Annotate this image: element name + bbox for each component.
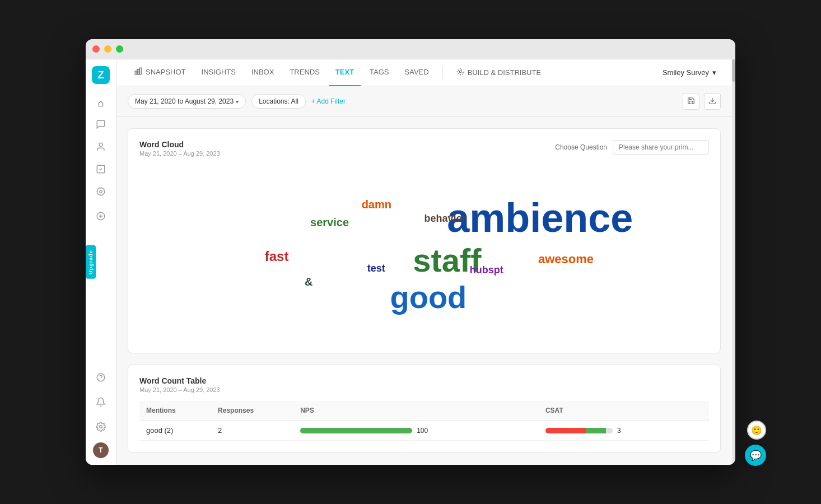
plus-icon	[96, 211, 106, 224]
sidebar-item-notifications[interactable]	[91, 393, 111, 413]
bell-icon	[96, 397, 106, 410]
svg-rect-10	[135, 71, 137, 74]
tab-tags[interactable]: TAGS	[363, 59, 395, 86]
chevron-down-icon: ▾	[712, 68, 716, 77]
download-icon	[708, 97, 716, 106]
word-test[interactable]: test	[367, 263, 385, 274]
home-icon: ⌂	[98, 97, 104, 109]
chat-bubble-icon	[96, 119, 106, 132]
tab-trends-label: TRENDS	[290, 68, 319, 76]
col-responses: Responses	[211, 401, 293, 421]
save-icon	[687, 97, 695, 106]
sidebar-item-add[interactable]	[91, 207, 111, 227]
tab-trends[interactable]: TRENDS	[283, 59, 326, 86]
main-content: SNAPSHOT INSIGHTS INBOX TRENDS TEXT	[116, 59, 732, 465]
word-damn[interactable]: damn	[362, 198, 391, 211]
settings-icon	[96, 422, 106, 435]
sidebar: Z ⌂	[86, 59, 116, 465]
csat-bar-track	[545, 428, 613, 433]
content-area: Word Cloud May 21, 2020 – Aug 29, 2023 C…	[116, 117, 732, 465]
cell-nps: 100	[293, 421, 539, 441]
col-csat: CSAT	[539, 401, 709, 421]
maximize-button[interactable]	[116, 45, 123, 53]
cell-mention: good (2)	[139, 421, 211, 441]
avatar[interactable]: T	[93, 442, 109, 458]
word-good[interactable]: good	[390, 279, 467, 315]
network-icon	[96, 186, 106, 199]
sidebar-item-home[interactable]: ⌂	[91, 93, 111, 113]
close-button[interactable]	[92, 45, 100, 53]
question-input[interactable]	[613, 140, 709, 155]
col-nps: NPS	[293, 401, 539, 421]
svg-point-2	[100, 190, 102, 193]
app-body: Z ⌂	[86, 59, 735, 465]
add-filter-button[interactable]: + Add Filter	[311, 97, 346, 105]
chat-float-button[interactable]: 💬	[745, 445, 766, 466]
upgrade-badge[interactable]: Upgrade	[86, 245, 96, 279]
nav-right: Smiley Survey ▾	[658, 66, 721, 79]
smiley-float-button[interactable]: 🙂	[747, 421, 766, 440]
sidebar-item-help[interactable]	[91, 368, 111, 389]
word-count-card: Word Count Table May 21, 2020 – Aug 29, …	[128, 365, 721, 452]
sidebar-item-person[interactable]	[91, 138, 111, 158]
csat-value-label: 3	[617, 427, 634, 435]
tab-saved-label: SAVED	[405, 68, 429, 76]
svg-point-0	[99, 143, 102, 146]
sidebar-item-settings[interactable]	[91, 418, 111, 438]
add-filter-label: + Add Filter	[311, 97, 346, 105]
sidebar-item-network[interactable]	[91, 183, 111, 203]
tab-build-distribute[interactable]: BUILD & DISTRIBUTE	[450, 64, 548, 81]
svg-point-3	[97, 188, 105, 195]
csat-bar-red	[545, 428, 586, 433]
tab-inbox-label: INBOX	[251, 68, 274, 76]
date-range-text: May 21, 2020 to August 29, 2023	[135, 97, 234, 105]
scrollbar[interactable]	[732, 59, 735, 465]
save-view-button[interactable]	[683, 93, 699, 110]
location-filter-text: Locations: All	[259, 97, 298, 105]
word-ampersand[interactable]: &	[305, 276, 312, 288]
table-row: good (2) 2 100	[139, 421, 709, 441]
word-awesome[interactable]: awesome	[538, 252, 594, 267]
table-title: Word Count Table	[139, 376, 709, 385]
word-count-table: Mentions Responses NPS CSAT good (2) 2	[139, 401, 709, 441]
nps-bar-container: 100	[300, 427, 532, 435]
word-service[interactable]: service	[310, 216, 349, 229]
word-cloud-header: Word Cloud May 21, 2020 – Aug 29, 2023 C…	[139, 140, 709, 157]
word-fast[interactable]: fast	[265, 249, 289, 264]
location-filter-button[interactable]: Locations: All	[251, 94, 306, 109]
app-logo[interactable]: Z	[92, 66, 110, 84]
svg-rect-11	[137, 69, 139, 74]
nav-divider	[442, 66, 443, 80]
tab-snapshot-label: SNAPSHOT	[146, 68, 186, 76]
tab-saved[interactable]: SAVED	[398, 59, 436, 86]
sidebar-item-tasks[interactable]	[91, 160, 111, 180]
bar-chart-icon	[134, 67, 142, 77]
download-button[interactable]	[704, 93, 721, 110]
tab-inbox[interactable]: INBOX	[245, 59, 281, 86]
tab-snapshot[interactable]: SNAPSHOT	[128, 59, 193, 86]
table-header-row: Mentions Responses NPS CSAT	[139, 401, 709, 421]
traffic-lights	[92, 45, 123, 53]
word-cloud-controls: Choose Question	[555, 140, 709, 155]
nps-bar-track	[300, 428, 412, 433]
tab-insights[interactable]: INSIGHTS	[195, 59, 242, 86]
word-ambience[interactable]: ambience	[447, 195, 633, 241]
nps-bar-green	[300, 428, 412, 433]
nps-value-label: 100	[417, 427, 433, 435]
svg-point-13	[459, 71, 461, 73]
survey-selector[interactable]: Smiley Survey ▾	[658, 66, 721, 79]
date-filter-button[interactable]: May 21, 2020 to August 29, 2023 ▾	[128, 94, 246, 109]
build-icon	[456, 68, 464, 77]
word-cloud-title: Word Cloud	[139, 140, 220, 149]
word-behavior[interactable]: behavior	[425, 213, 467, 225]
word-hubspt[interactable]: hubspt	[470, 264, 503, 276]
tasks-icon	[96, 164, 106, 177]
scrollbar-thumb	[732, 59, 735, 82]
tab-text[interactable]: TEXT	[329, 59, 361, 86]
sidebar-item-chat[interactable]	[91, 115, 111, 136]
smiley-icon: 🙂	[751, 425, 762, 436]
minimize-button[interactable]	[104, 45, 111, 53]
nav-tabs: SNAPSHOT INSIGHTS INBOX TRENDS TEXT	[128, 59, 658, 86]
date-chevron-icon: ▾	[236, 99, 239, 105]
tab-insights-label: INSIGHTS	[202, 68, 236, 76]
